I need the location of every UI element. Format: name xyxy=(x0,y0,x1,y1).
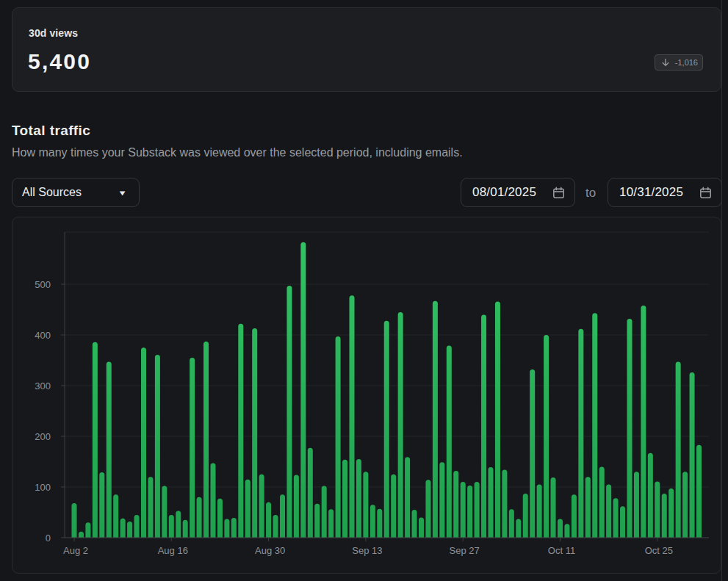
bar-aug-3[interactable] xyxy=(79,532,84,538)
bar-aug-13[interactable] xyxy=(148,477,153,538)
bar-aug-4[interactable] xyxy=(85,522,90,538)
bar-sep-14[interactable] xyxy=(370,505,375,538)
bar-sep-25[interactable] xyxy=(447,345,452,538)
bar-sep-18[interactable] xyxy=(398,312,403,538)
bar-oct-20[interactable] xyxy=(620,506,625,538)
bar-sep-11[interactable] xyxy=(350,295,355,538)
bar-aug-29[interactable] xyxy=(259,474,264,538)
bar-sep-13[interactable] xyxy=(363,472,368,538)
bar-sep-5[interactable] xyxy=(308,448,313,538)
bar-oct-18[interactable] xyxy=(606,485,611,538)
bar-oct-27[interactable] xyxy=(668,488,674,538)
bar-aug-21[interactable] xyxy=(203,342,209,538)
bar-aug-28[interactable] xyxy=(252,328,257,538)
bar-aug-19[interactable] xyxy=(190,358,195,538)
bar-oct-23[interactable] xyxy=(641,306,646,538)
bar-aug-20[interactable] xyxy=(197,497,202,538)
bar-oct-25[interactable] xyxy=(655,481,660,538)
bar-oct-15[interactable] xyxy=(585,477,591,538)
bar-sep-29[interactable] xyxy=(475,482,480,538)
bar-aug-30[interactable] xyxy=(266,502,271,538)
bar-aug-27[interactable] xyxy=(245,480,251,538)
bar-sep-24[interactable] xyxy=(439,462,444,538)
bar-sep-6[interactable] xyxy=(314,504,320,538)
bar-sep-9[interactable] xyxy=(336,336,341,538)
bar-aug-5[interactable] xyxy=(93,342,98,538)
bar-aug-23[interactable] xyxy=(217,499,223,538)
bar-oct-24[interactable] xyxy=(648,453,653,538)
bar-sep-22[interactable] xyxy=(425,480,430,538)
bar-oct-13[interactable] xyxy=(572,494,577,538)
bar-sep-3[interactable] xyxy=(294,474,299,538)
bar-sep-10[interactable] xyxy=(342,460,347,538)
bar-oct-8[interactable] xyxy=(537,485,542,538)
bar-sep-17[interactable] xyxy=(391,474,396,538)
content-right-border xyxy=(721,0,722,581)
bar-aug-26[interactable] xyxy=(238,324,243,538)
traffic-chart-card: 0100200300400500Aug 2Aug 16Aug 30Sep 13S… xyxy=(12,217,721,574)
bar-oct-9[interactable] xyxy=(544,335,549,538)
bar-sep-12[interactable] xyxy=(356,459,361,538)
bar-oct-28[interactable] xyxy=(676,362,681,538)
bar-oct-31[interactable] xyxy=(696,445,702,538)
bar-aug-7[interactable] xyxy=(107,362,112,538)
bar-oct-16[interactable] xyxy=(592,313,597,538)
bar-oct-10[interactable] xyxy=(551,477,556,538)
bar-sep-30[interactable] xyxy=(481,314,486,538)
x-axis-label-oct-11: Oct 11 xyxy=(548,545,575,556)
bar-sep-28[interactable] xyxy=(467,486,472,538)
y-axis-label-500: 500 xyxy=(35,279,51,290)
bar-aug-25[interactable] xyxy=(231,518,237,538)
bar-oct-22[interactable] xyxy=(634,472,639,538)
bar-oct-7[interactable] xyxy=(530,369,535,538)
bar-sep-27[interactable] xyxy=(461,482,466,538)
bar-aug-15[interactable] xyxy=(162,486,167,538)
bar-aug-10[interactable] xyxy=(127,522,132,538)
bar-aug-31[interactable] xyxy=(273,515,278,538)
bar-oct-17[interactable] xyxy=(599,466,605,538)
bar-aug-8[interactable] xyxy=(113,494,118,538)
bar-aug-24[interactable] xyxy=(224,519,229,538)
bar-sep-20[interactable] xyxy=(412,510,417,538)
bar-sep-7[interactable] xyxy=(322,486,327,538)
bar-aug-16[interactable] xyxy=(169,515,174,538)
bar-oct-29[interactable] xyxy=(682,472,688,538)
bar-sep-2[interactable] xyxy=(286,286,292,538)
bar-sep-26[interactable] xyxy=(453,471,458,538)
bar-aug-11[interactable] xyxy=(134,515,140,538)
bar-oct-3[interactable] xyxy=(502,470,507,538)
bar-sep-4[interactable] xyxy=(300,242,306,538)
bar-sep-16[interactable] xyxy=(384,321,389,538)
bar-aug-6[interactable] xyxy=(99,472,104,538)
bar-oct-30[interactable] xyxy=(690,372,695,538)
bar-aug-17[interactable] xyxy=(176,510,181,538)
bar-aug-9[interactable] xyxy=(120,519,126,538)
date-end-input[interactable]: 10/31/2025 xyxy=(608,178,722,207)
bar-oct-11[interactable] xyxy=(558,519,563,538)
bar-oct-12[interactable] xyxy=(564,524,569,538)
bar-oct-5[interactable] xyxy=(516,519,521,538)
bar-aug-12[interactable] xyxy=(141,347,146,538)
bar-aug-18[interactable] xyxy=(183,520,188,538)
bar-oct-2[interactable] xyxy=(495,301,500,538)
bar-sep-8[interactable] xyxy=(328,509,334,538)
bar-sep-23[interactable] xyxy=(433,301,438,538)
bar-aug-14[interactable] xyxy=(155,355,160,538)
date-start-input[interactable]: 08/01/2025 xyxy=(461,178,575,207)
bar-sep-15[interactable] xyxy=(377,509,382,538)
bar-sep-19[interactable] xyxy=(405,457,410,538)
bar-oct-14[interactable] xyxy=(578,329,583,538)
bar-oct-21[interactable] xyxy=(627,319,633,538)
bar-oct-6[interactable] xyxy=(523,494,528,538)
bar-oct-26[interactable] xyxy=(662,494,667,538)
source-filter-select[interactable]: All Sources ▼ xyxy=(12,178,140,207)
traffic-bar-chart[interactable]: 0100200300400500Aug 2Aug 16Aug 30Sep 13S… xyxy=(12,217,721,573)
bar-sep-21[interactable] xyxy=(419,517,424,538)
bar-oct-4[interactable] xyxy=(509,509,514,538)
bar-aug-22[interactable] xyxy=(211,463,216,538)
x-axis-label-sep-27: Sep 27 xyxy=(450,545,480,556)
bar-aug-2[interactable] xyxy=(72,503,77,538)
bar-oct-1[interactable] xyxy=(489,467,494,538)
bar-sep-1[interactable] xyxy=(280,494,285,538)
bar-oct-19[interactable] xyxy=(613,498,619,538)
